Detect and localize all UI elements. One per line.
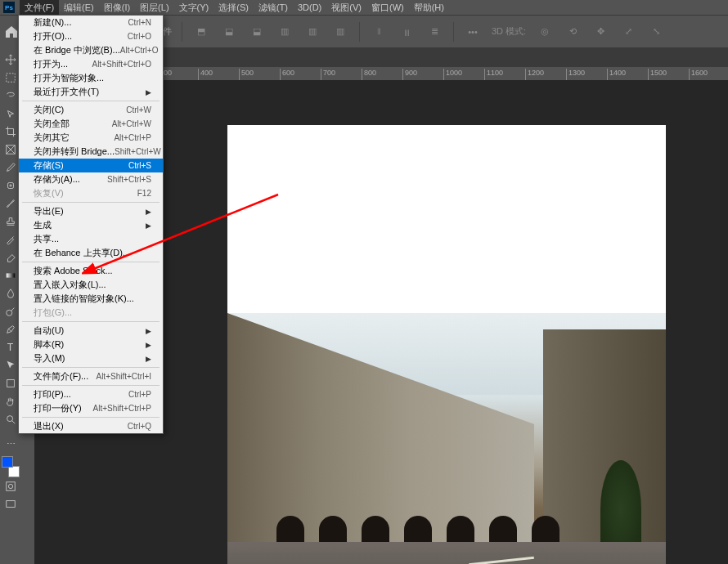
foreground-color[interactable] [2,456,13,468]
3d-slide-icon[interactable]: ⤢ [619,23,637,41]
app-logo: Ps [3,2,15,13]
menu-item[interactable]: 关闭(C)Ctrl+W [19,103,163,117]
brush-tool[interactable] [2,195,20,213]
align-vcenter-icon[interactable]: ⬓ [220,23,238,41]
menu-item-shortcut: Alt+Ctrl+P [114,133,151,142]
menu-item-label: 打开为... [34,58,68,70]
menu-item[interactable]: 存储(S)Ctrl+S [19,159,163,172]
path-select-tool[interactable] [2,356,20,374]
eyedropper-tool[interactable] [2,159,20,177]
distribute-h-icon[interactable]: ⫴ [370,23,388,41]
dodge-tool[interactable] [2,302,20,320]
menu-layer[interactable]: 图层(L) [135,0,173,16]
menu-view[interactable]: 视图(V) [326,0,366,16]
menu-item[interactable]: 在 Bridge 中浏览(B)...Alt+Ctrl+O [19,43,163,57]
healing-tool[interactable] [2,177,20,195]
menu-item[interactable]: 打印一份(Y)Alt+Shift+Ctrl+P [19,401,163,415]
3d-scale-icon[interactable]: ⤡ [647,23,665,41]
menu-item[interactable]: 自动(U)▶ [19,324,163,338]
ruler-tick: 1000 [443,69,462,80]
menu-item[interactable]: 文件简介(F)...Alt+Shift+Ctrl+I [19,369,163,383]
menu-item[interactable]: 置入链接的智能对象(K)... [19,292,163,306]
eraser-tool[interactable] [2,248,20,266]
quick-mask-icon[interactable] [2,477,20,495]
edit-toolbar-icon[interactable]: ⋯ [2,435,20,453]
menu-edit[interactable]: 编辑(E) [59,0,99,16]
menu-image[interactable]: 图像(I) [99,0,135,16]
menu-select[interactable]: 选择(S) [213,0,254,16]
menu-item[interactable]: 打开为...Alt+Shift+Ctrl+O [19,57,163,71]
menu-item[interactable]: 打开为智能对象... [19,71,163,85]
quick-select-tool[interactable] [2,105,20,123]
distribute-icon[interactable]: ≣ [425,23,443,41]
stamp-tool[interactable] [2,213,20,231]
shape-tool[interactable] [2,374,20,392]
menu-item-label: 导出(E) [34,205,64,217]
menu-item-shortcut: Shift+Ctrl+W [115,147,161,156]
menu-item[interactable]: 关闭全部Alt+Ctrl+W [19,117,163,131]
menu-item[interactable]: 关闭并转到 Bridge...Shift+Ctrl+W [19,145,163,159]
menu-item[interactable]: 新建(N)...Ctrl+N [19,16,163,29]
marquee-tool[interactable] [2,69,20,87]
3d-roll-icon[interactable]: ⟲ [564,23,582,41]
3d-orbit-icon[interactable]: ◎ [536,23,554,41]
menu-item-label: 自动(U) [34,325,64,337]
menu-item-label: 最近打开文件(T) [34,86,99,98]
distribute-v-icon[interactable]: ⫼ [398,23,416,41]
menu-item[interactable]: 脚本(R)▶ [19,338,163,351]
menu-item[interactable]: 在 Behance 上共享(D)... [19,246,163,260]
menu-3d[interactable]: 3D(D) [293,1,326,14]
frame-tool[interactable] [2,141,20,159]
menu-filter[interactable]: 滤镜(T) [254,0,293,16]
pen-tool[interactable] [2,320,20,338]
menu-file[interactable]: 文件(F) [20,0,59,16]
home-icon[interactable] [5,25,18,38]
align-hcenter-icon[interactable]: ▥ [303,23,321,41]
align-left-icon[interactable]: ▥ [276,23,294,41]
hand-tool[interactable] [2,392,20,410]
menu-item[interactable]: 搜索 Adobe Stock... [19,264,163,278]
menu-separator [22,367,160,368]
crop-tool[interactable] [2,123,20,141]
menu-item[interactable]: 打印(P)...Ctrl+P [19,387,163,401]
lasso-tool[interactable] [2,87,20,105]
separator [359,22,360,42]
submenu-arrow-icon: ▶ [146,327,151,335]
history-brush-tool[interactable] [2,231,20,248]
screen-mode-icon[interactable] [2,495,20,513]
menu-item[interactable]: 导入(M)▶ [19,351,163,365]
menu-help[interactable]: 帮助(H) [409,0,449,16]
menu-item[interactable]: 打开(O)...Ctrl+O [19,29,163,43]
type-tool[interactable]: T [2,338,20,356]
menu-item[interactable]: 导出(E)▶ [19,204,163,218]
menu-type[interactable]: 文字(Y) [174,0,214,16]
align-top-icon[interactable]: ⬒ [192,23,210,41]
menu-item[interactable]: 生成▶ [19,218,163,232]
ruler-tick: 1600 [689,69,708,80]
submenu-arrow-icon: ▶ [146,88,151,96]
color-swatches[interactable] [2,456,20,477]
align-bottom-icon[interactable]: ⬓ [248,23,266,41]
blur-tool[interactable] [2,284,20,302]
menu-item[interactable]: 共享... [19,232,163,246]
align-right-icon[interactable]: ▥ [331,23,349,41]
3d-pan-icon[interactable]: ✥ [591,23,609,41]
menu-window[interactable]: 窗口(W) [366,0,409,16]
document[interactable] [227,125,666,564]
menu-item-shortcut: Ctrl+O [128,32,151,41]
more-icon[interactable]: ••• [464,23,482,41]
menu-item-shortcut: F12 [137,189,151,198]
menu-item: 打包(G)... [19,306,163,320]
menubar: Ps 文件(F) 编辑(E) 图像(I) 图层(L) 文字(Y) 选择(S) 滤… [0,0,728,15]
menu-item[interactable]: 退出(X)Ctrl+Q [19,419,163,433]
menu-item[interactable]: 存储为(A)...Shift+Ctrl+S [19,172,163,186]
gradient-tool[interactable] [2,266,20,284]
menu-item[interactable]: 最近打开文件(T)▶ [19,85,163,99]
zoom-tool[interactable] [2,410,20,428]
ruler-tick: 1300 [566,69,585,80]
move-tool[interactable] [2,51,20,69]
menu-item[interactable]: 关闭其它Alt+Ctrl+P [19,131,163,145]
background-color[interactable] [8,466,20,477]
menu-item-label: 打包(G)... [34,307,72,319]
menu-item[interactable]: 置入嵌入对象(L)... [19,278,163,292]
